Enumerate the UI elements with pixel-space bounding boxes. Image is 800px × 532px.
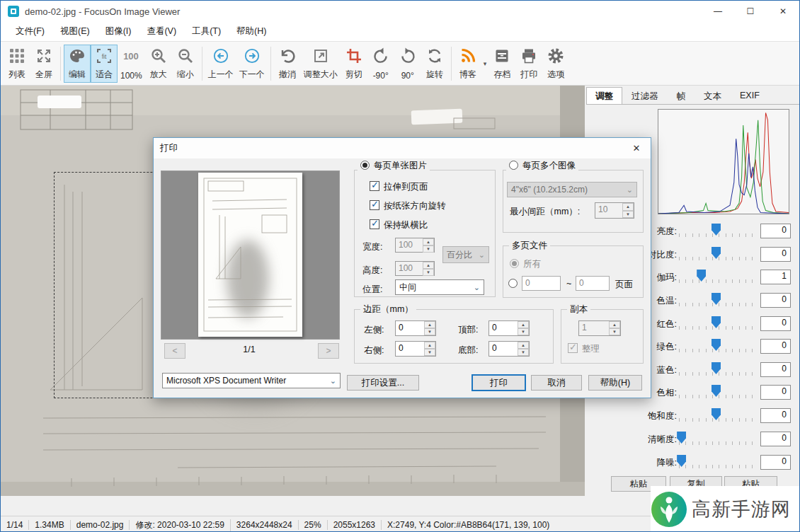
resize-button[interactable]: 调整大小 <box>301 45 341 83</box>
collate-checkbox-row[interactable]: 整理 <box>568 343 600 355</box>
position-select[interactable]: 中间⌄ <box>395 279 484 295</box>
keep-aspect-checkbox[interactable] <box>370 219 379 229</box>
fit-button[interactable]: fit 适合 <box>91 45 118 83</box>
spinner-arrows[interactable]: ▲▼ <box>424 321 435 335</box>
spinner-arrows[interactable]: ▲▼ <box>518 321 529 335</box>
red-value[interactable]: 0 <box>760 316 791 331</box>
dialog-print-button[interactable]: 打印 <box>472 374 526 391</box>
range-to-field[interactable]: 0 <box>576 276 610 291</box>
height-spinner[interactable]: 100 ▲▼ <box>395 261 435 276</box>
rotate-right-90-button[interactable]: 90° <box>394 45 421 83</box>
spinner-arrows[interactable]: ▲▼ <box>423 238 434 252</box>
green-value[interactable]: 0 <box>760 339 791 354</box>
clarity-value[interactable]: 0 <box>760 432 791 446</box>
previous-button[interactable]: 上一个 <box>205 45 236 83</box>
margin-bottom-spinner[interactable]: 0 ▲▼ <box>488 341 530 357</box>
page-range-radio[interactable] <box>508 279 518 288</box>
menu-help[interactable]: 帮助(H) <box>229 22 274 41</box>
rotate-button[interactable]: 旋转 <box>421 45 448 83</box>
margin-left-spinner[interactable]: 0 ▲▼ <box>395 320 436 336</box>
blue-value[interactable]: 0 <box>760 362 791 377</box>
undo-button[interactable]: 撤消 <box>274 45 301 83</box>
status-modified-date: 修改: 2020-03-10 22:59 <box>130 519 230 531</box>
menu-browse[interactable]: 查看(V) <box>139 22 184 41</box>
multi-image-radio[interactable] <box>509 161 518 170</box>
photo-size-select[interactable]: 4"x6" (10.2x15.2cm)⌄ <box>507 182 637 197</box>
fullscreen-button[interactable]: 全屏 <box>30 45 57 83</box>
tab-adjust[interactable]: 调整 <box>586 87 622 104</box>
copies-spinner[interactable]: 1 ▲▼ <box>578 320 621 336</box>
menu-image[interactable]: 图像(I) <box>98 22 139 41</box>
hue-value[interactable]: 0 <box>760 385 791 400</box>
page-range-radio-row[interactable] <box>508 279 518 289</box>
stretch-to-page-checkbox[interactable] <box>370 181 379 191</box>
tab-filters[interactable]: 过滤器 <box>622 87 668 104</box>
keep-aspect-checkbox-row[interactable]: 保持纵横比 <box>370 219 428 231</box>
tab-frame[interactable]: 帧 <box>668 87 695 104</box>
brightness-value[interactable]: 0 <box>760 224 791 238</box>
gamma-value[interactable]: 1 <box>760 270 791 284</box>
margin-right-spinner[interactable]: 0 ▲▼ <box>395 341 436 357</box>
single-image-radio[interactable] <box>360 161 370 170</box>
spinner-arrows[interactable]: ▲▼ <box>423 262 434 275</box>
preview-next-button[interactable]: > <box>318 343 339 359</box>
all-pages-radio-row[interactable]: 所有 <box>510 258 541 270</box>
blog-dropdown-caret[interactable]: ▾ <box>481 60 489 67</box>
unit-select[interactable]: 百分比⌄ <box>442 246 489 263</box>
app-icon <box>8 6 19 17</box>
saturation-value[interactable]: 0 <box>760 408 791 423</box>
rotate-left-90-button[interactable]: -90° <box>367 45 394 83</box>
next-button[interactable]: 下一个 <box>236 45 268 83</box>
spinner-arrows[interactable]: ▲▼ <box>424 342 435 356</box>
dialog-help-button[interactable]: 帮助(H) <box>588 375 642 391</box>
zoom-out-button[interactable]: 缩小 <box>172 45 199 83</box>
zoom-100-button[interactable]: 100 100% <box>118 45 145 83</box>
maximize-button[interactable]: ☐ <box>734 1 767 22</box>
spin-up-icon: ▲ <box>423 238 434 245</box>
range-from-field[interactable]: 0 <box>522 276 561 291</box>
spinner-arrows[interactable]: ▲▼ <box>609 321 620 335</box>
margin-top-spinner[interactable]: 0 ▲▼ <box>488 320 530 336</box>
tab-text[interactable]: 文本 <box>695 87 731 104</box>
stretch-checkbox-row[interactable]: 拉伸到页面 <box>370 181 428 193</box>
rotate-by-paper-checkbox[interactable] <box>370 200 379 210</box>
menu-tools[interactable]: 工具(T) <box>184 22 229 41</box>
crop-button[interactable]: 剪切 <box>341 45 367 83</box>
archive-button[interactable]: 存档 <box>488 45 515 83</box>
multi-image-radio-row[interactable]: 每页多个图像 <box>506 160 578 172</box>
blog-button[interactable]: 博客 <box>455 45 481 83</box>
spinner-arrows[interactable]: ▲▼ <box>518 342 529 356</box>
print-setup-button[interactable]: 打印设置... <box>347 375 419 391</box>
options-button[interactable]: 选项 <box>542 45 569 83</box>
printer-select[interactable]: Microsoft XPS Document Writer⌄ <box>162 373 341 388</box>
collate-checkbox[interactable] <box>568 343 578 353</box>
histogram <box>658 109 789 214</box>
rotate-to-paper-checkbox-row[interactable]: 按纸张方向旋转 <box>370 200 446 212</box>
zoom-in-button[interactable]: 放大 <box>145 45 172 83</box>
contrast-value[interactable]: 0 <box>760 247 791 262</box>
menu-file[interactable]: 文件(F) <box>8 22 52 41</box>
rotate-right-icon <box>399 47 417 65</box>
single-image-radio-row[interactable]: 每页单张图片 <box>358 160 430 172</box>
close-button[interactable]: ✕ <box>767 1 799 22</box>
fullscreen-icon <box>35 47 53 65</box>
min-gap-spinner[interactable]: 10 ▲▼ <box>595 202 634 219</box>
temperature-value[interactable]: 0 <box>760 293 791 308</box>
spin-up-icon: ▲ <box>423 262 434 269</box>
dialog-close-icon[interactable]: ✕ <box>622 143 651 154</box>
edit-button[interactable]: 编辑 <box>64 45 91 83</box>
list-button[interactable]: 列表 <box>4 45 30 83</box>
minimize-button[interactable]: — <box>702 1 734 22</box>
dialog-cancel-button[interactable]: 取消 <box>531 375 582 391</box>
spin-up-icon: ▲ <box>518 321 529 328</box>
menu-view[interactable]: 视图(E) <box>52 22 98 41</box>
dialog-title-bar[interactable]: 打印 ✕ <box>154 138 651 158</box>
print-button[interactable]: 打印 <box>515 45 542 83</box>
all-pages-radio[interactable] <box>510 259 519 268</box>
preview-prev-button[interactable]: < <box>164 343 185 359</box>
spinner-arrows[interactable]: ▲▼ <box>622 203 634 218</box>
tab-exif[interactable]: EXIF <box>731 87 769 104</box>
denoise-value[interactable]: 0 <box>760 455 791 470</box>
spin-down-icon: ▼ <box>609 328 620 335</box>
width-spinner[interactable]: 100 ▲▼ <box>395 238 435 253</box>
